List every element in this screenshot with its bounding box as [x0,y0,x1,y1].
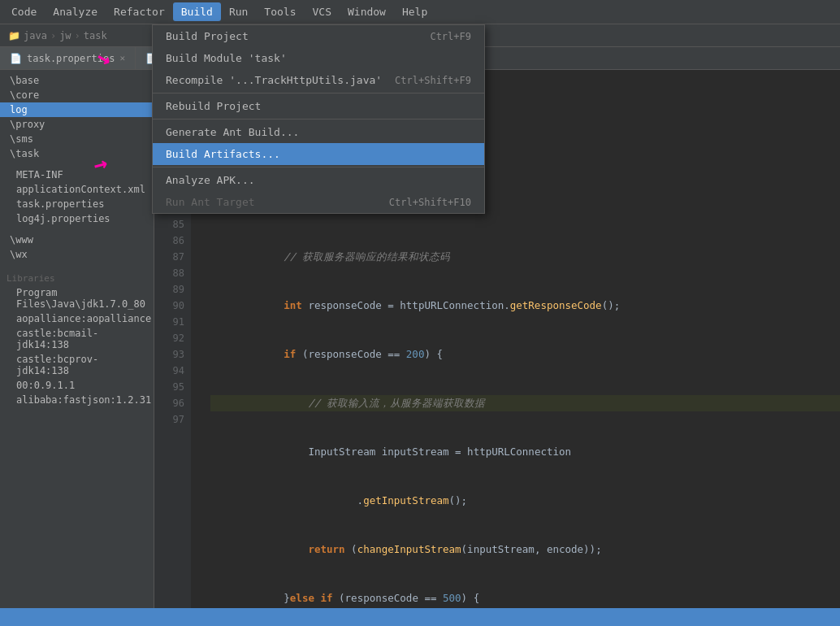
menu-divider-3 [153,167,484,167]
sidebar-lib-jdk[interactable]: Program Files\Java\jdk1.7.0_80 [0,285,154,311]
sidebar-section-libs: Libraries [0,272,154,285]
menu-run[interactable]: Run [221,2,256,21]
sidebar: \base \core log \proxy \sms \task META-I… [0,70,154,626]
menu-build-module[interactable]: Build Module 'task' [153,47,484,69]
sidebar-item-sms[interactable]: \sms [0,132,154,146]
sidebar-lib-bcmail[interactable]: castle:bcmail-jdk14:138 [0,326,154,352]
sidebar-lib-fastjson[interactable]: alibaba:fastjson:1.2.31 [0,393,154,407]
menu-rebuild-project[interactable]: Rebuild Project [153,95,484,117]
menu-refactor[interactable]: Refactor [106,2,173,21]
sidebar-item-core[interactable]: \core [0,88,154,102]
sidebar-item-proxy[interactable]: \proxy [0,117,154,132]
code-line-81: if (responseCode == 200) { [210,346,840,363]
menu-analyze[interactable]: Analyze [45,2,106,21]
properties-icon: 📄 [10,53,22,64]
code-line-85: return (changeInputStream(inputStream, e… [210,541,840,558]
menu-code[interactable]: Code [3,2,45,21]
sidebar-file-log4j-props[interactable]: log4j.properties [0,211,154,226]
sidebar-file-app-context[interactable]: applicationContext.xml [0,182,154,197]
breadcrumb-task: task [84,30,107,41]
menu-divider-2 [153,119,484,120]
breadcrumb-folder-icon: 📁 [8,30,20,41]
sidebar-item-base[interactable]: \base [0,73,154,88]
sidebar-lib-009[interactable]: 00:0.9.1.1 [0,378,154,393]
sidebar-lib-aop[interactable]: aopalliance:aopalliance:1.0 [0,311,154,326]
code-line-82: // 获取输入流，从服务器端获取数据 [210,395,840,411]
menu-window[interactable]: Window [340,2,394,21]
menu-build-project[interactable]: Build Project Ctrl+F9 [153,25,484,47]
menu-build[interactable]: Build [173,2,221,21]
sidebar-file-meta-inf[interactable]: META-INF [0,167,154,182]
build-dropdown-menu: Build Project Ctrl+F9 Build Module 'task… [152,24,485,214]
status-bar [0,608,840,626]
menu-divider-1 [153,93,484,93]
menu-tools[interactable]: Tools [256,2,304,21]
menu-recompile[interactable]: Recompile '...TrackHttpUtils.java' Ctrl+… [153,69,484,91]
sidebar-item-task[interactable]: \task [0,146,154,161]
close-tab-task[interactable]: ✕ [119,53,125,63]
menu-build-artifacts[interactable]: Build Artifacts... [153,143,484,165]
tab-task-properties[interactable]: 📄 task.properties ✕ [0,47,136,69]
code-line-84: .getInputStream(); [210,493,840,509]
breadcrumb-java: java [24,30,47,41]
sidebar-folder-wx[interactable]: \wx [0,247,154,262]
menu-help[interactable]: Help [394,2,435,21]
sidebar-file-task-props[interactable]: task.properties [0,197,154,211]
sidebar-folder-www[interactable]: \www [0,233,154,247]
sidebar-item-log[interactable]: log [0,102,154,117]
breadcrumb-jw: jw [59,30,71,41]
menu-generate-ant[interactable]: Generate Ant Build... [153,121,484,143]
code-line-79: // 获取服务器响应的结果和状态码 [210,249,840,265]
menu-analyze-apk[interactable]: Analyze APK... [153,169,484,191]
menu-vcs[interactable]: VCS [305,2,340,21]
sidebar-lib-bcprov[interactable]: castle:bcprov-jdk14:138 [0,352,154,378]
code-line-80: int responseCode = httpURLConnection.get… [210,298,840,314]
menu-bar: Code Analyze Refactor Build Run Tools VC… [0,0,840,24]
code-line-86: }else if (responseCode == 500) { [210,590,840,606]
menu-run-ant-target: Run Ant Target Ctrl+Shift+F10 [153,191,484,213]
code-line-83: InputStream inputStream = httpURLConnect… [210,444,840,460]
